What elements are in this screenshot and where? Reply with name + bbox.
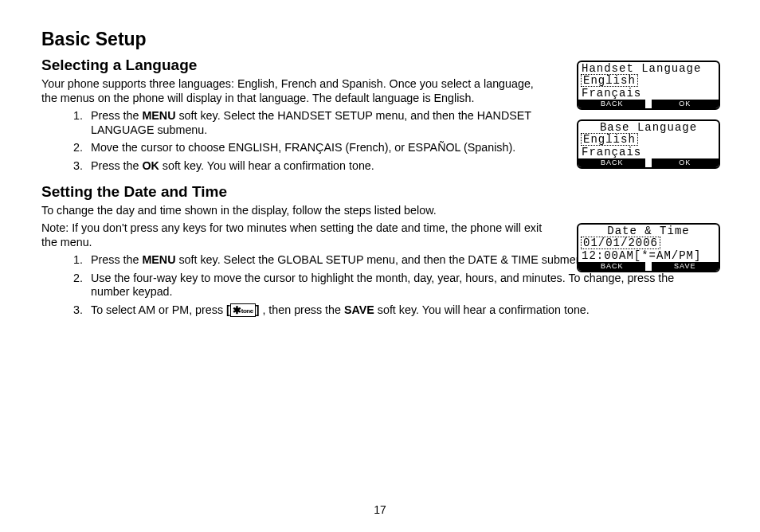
lcd1-softkey-back: BACK: [578, 100, 645, 108]
lcd1-item-english: English: [581, 74, 638, 87]
lcd2-item-francais: Français: [578, 146, 719, 158]
section1-steps: Press the MENU soft key. Select the HAND…: [41, 109, 551, 174]
lcd3-date: 01/01/2006: [581, 237, 660, 249]
lcd-base-language: Base Language English Français BACK OK: [577, 119, 720, 169]
lcd1-softkey-ok: OK: [652, 100, 719, 108]
section2-step2: Use the four-way key to move the cursor …: [86, 272, 711, 300]
lcd3-softkey-back: BACK: [578, 262, 645, 271]
lcd2-item-english: English: [581, 133, 638, 146]
lcd-date-time: Date & Time 01/01/2006 12:00AM[*=AM/PM] …: [577, 223, 720, 272]
lcd1-title: Handset Language: [578, 62, 719, 74]
lcd2-softkey-back: BACK: [578, 158, 645, 167]
lcd2-title: Base Language: [578, 121, 719, 133]
section2-step3: To select AM or PM, press [✱tone] , then…: [86, 303, 711, 318]
lcd2-softkey-ok: OK: [652, 158, 719, 167]
lcd3-softkey-save: SAVE: [652, 262, 719, 271]
section1-step1: Press the MENU soft key. Select the HAND…: [86, 109, 551, 138]
section-heading-datetime: Setting the Date and Time: [41, 183, 719, 201]
lcd-handset-language: Handset Language English Français BACK O…: [577, 61, 720, 110]
section1-intro: Your phone supports three languages: Eng…: [41, 77, 551, 106]
section1-step3: Press the OK soft key. You will hear a c…: [86, 159, 551, 174]
star-tone-key-icon: ✱tone: [230, 303, 256, 317]
page-title: Basic Setup: [41, 29, 719, 50]
lcd3-time: 12:00AM[*=AM/PM]: [578, 249, 719, 261]
page-number: 17: [0, 503, 760, 516]
lcd3-title: Date & Time: [578, 225, 719, 237]
section2-intro1: To change the day and time shown in the …: [41, 204, 551, 218]
lcd1-item-francais: Français: [578, 87, 719, 99]
section2-intro2: Note: If you don't press any keys for tw…: [41, 221, 551, 250]
section1-step2: Move the cursor to choose ENGLISH, FRANÇ…: [86, 141, 551, 155]
